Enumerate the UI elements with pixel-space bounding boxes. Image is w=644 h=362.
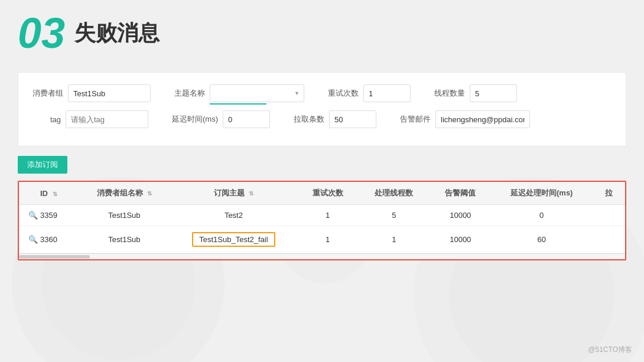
table-header-row: ID ⇅ 消费者组名称 ⇅ 订阅主题 ⇅ 重试次数 处理线程数 告警阈值 延迟处…: [19, 182, 625, 205]
col-threads: 处理线程数: [359, 182, 430, 205]
retry-count-item: 重试次数: [328, 84, 411, 102]
pull-count-input[interactable]: [329, 110, 376, 128]
col-topic: 订阅主题 ⇅: [170, 182, 297, 205]
cell-pull-3359: [592, 205, 625, 226]
col-pull: 拉: [592, 182, 625, 205]
thread-count-item: 线程数量: [434, 84, 517, 102]
col-delay: 延迟处理时间(ms): [491, 182, 592, 205]
subscription-table-wrapper: ID ⇅ 消费者组名称 ⇅ 订阅主题 ⇅ 重试次数 处理线程数 告警阈值 延迟处…: [18, 181, 626, 260]
topic-select[interactable]: [210, 84, 304, 102]
cell-id-3360: 🔍 3360: [19, 226, 78, 253]
thread-count-label: 线程数量: [434, 88, 465, 99]
page-number: 03: [18, 12, 65, 54]
cell-id-3359: 🔍 3359: [19, 205, 78, 226]
consumer-group-item: 消费者组: [32, 84, 151, 102]
cell-alert-3360: 10000: [430, 226, 491, 253]
col-retry: 重试次数: [297, 182, 358, 205]
search-row-3360-button[interactable]: 🔍: [28, 235, 38, 244]
consumer-group-input[interactable]: [68, 84, 151, 102]
delay-label: 延迟时间(ms): [172, 114, 218, 125]
cell-delay-3359: 0: [491, 205, 592, 226]
page-title: 失败消息: [74, 19, 160, 48]
alert-email-item: 告警邮件: [400, 110, 530, 128]
highlighted-topic: Test1Sub_Test2_fail: [192, 232, 275, 247]
cell-retry-3360: 1: [297, 226, 358, 253]
cell-threads-3360: 1: [359, 226, 430, 253]
retry-count-input[interactable]: [363, 84, 411, 102]
col-id: ID ⇅: [19, 182, 78, 205]
pull-count-item: 拉取条数: [294, 110, 376, 128]
pull-count-label: 拉取条数: [294, 114, 324, 125]
cell-consumer-group-3360: Test1Sub: [78, 226, 170, 253]
topic-name-label: 主题名称: [174, 88, 205, 99]
scrollbar-thumb[interactable]: [19, 255, 90, 259]
table-row: 🔍 3359 Test1Sub Test2 1 5 10000 0: [19, 205, 625, 226]
page-header: 03 失败消息: [18, 12, 626, 54]
retry-count-label: 重试次数: [328, 88, 359, 99]
cell-consumer-group-3359: Test1Sub: [78, 205, 170, 226]
cell-alert-3359: 10000: [430, 205, 491, 226]
cell-delay-3360: 60: [491, 226, 592, 253]
cell-topic-3360: Test1Sub_Test2_fail: [170, 226, 297, 253]
topic-input-wrapper: [210, 84, 304, 102]
tag-input[interactable]: [66, 110, 148, 128]
delay-item: 延迟时间(ms): [172, 110, 270, 128]
search-row-3359-button[interactable]: 🔍: [28, 211, 38, 220]
col-consumer-group: 消费者组名称 ⇅: [78, 182, 170, 205]
form-row-2: tag 延迟时间(ms) 拉取条数 告警邮件: [32, 110, 612, 128]
topic-select-wrapper: [210, 84, 304, 102]
topic-name-item: 主题名称: [174, 84, 304, 102]
alert-email-label: 告警邮件: [400, 114, 431, 125]
cell-topic-3359: Test2: [170, 205, 297, 226]
consumer-group-sort-icon[interactable]: ⇅: [147, 190, 152, 197]
id-sort-icon[interactable]: ⇅: [53, 191, 57, 197]
cell-threads-3359: 5: [359, 205, 430, 226]
cell-retry-3359: 1: [297, 205, 358, 226]
watermark: @51CTO博客: [588, 345, 632, 355]
add-subscription-button[interactable]: 添加订阅: [18, 156, 67, 174]
tag-item: tag: [32, 110, 148, 128]
table-row: 🔍 3360 Test1Sub Test1Sub_Test2_fail 1 1 …: [19, 226, 625, 253]
thread-count-input[interactable]: [470, 84, 517, 102]
alert-email-input[interactable]: [435, 110, 530, 128]
subscription-table: ID ⇅ 消费者组名称 ⇅ 订阅主题 ⇅ 重试次数 处理线程数 告警阈值 延迟处…: [19, 182, 625, 253]
form-area: 消费者组 主题名称 重试次数: [18, 72, 626, 146]
topic-sort-icon[interactable]: ⇅: [249, 190, 253, 197]
consumer-group-label: 消费者组: [32, 88, 63, 99]
delay-input[interactable]: [223, 110, 270, 128]
form-row-1: 消费者组 主题名称 重试次数: [32, 84, 612, 102]
col-alert-threshold: 告警阈值: [430, 182, 491, 205]
tag-label: tag: [32, 115, 61, 124]
horizontal-scrollbar[interactable]: [19, 253, 625, 259]
cell-pull-3360: [592, 226, 625, 253]
